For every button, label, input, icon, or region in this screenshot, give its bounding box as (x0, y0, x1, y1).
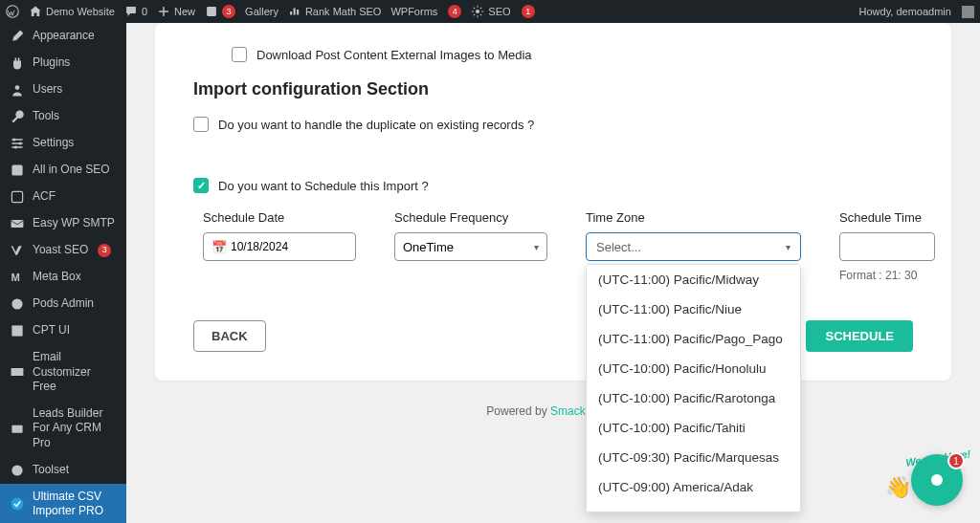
rankmath-count: 3 (222, 5, 235, 18)
acf-icon (10, 189, 25, 205)
admin-sidebar: Appearance Plugins Users Tools Settings … (0, 23, 126, 523)
duplicate-label: Do you want to handle the duplicate on e… (218, 118, 534, 132)
sidebar-item-label: Settings (33, 136, 74, 151)
howdy-link[interactable]: Howdy, demoadmin (859, 6, 974, 18)
sidebar-item-yoast[interactable]: Yoast SEO3 (0, 237, 126, 264)
home-icon (29, 5, 42, 18)
sidebar-item-pods[interactable]: Pods Admin (0, 291, 126, 317)
footer-powered: Powered by (486, 404, 550, 418)
howdy-label: Howdy, demoadmin (859, 6, 951, 17)
plug-icon (10, 55, 25, 71)
footer: Powered by Smackcoders (155, 404, 951, 418)
schedule-date-input[interactable]: 📅 10/18/2024 (203, 232, 356, 261)
wpforms-count: 4 (448, 5, 461, 18)
brush-icon (10, 29, 25, 44)
sidebar-item-settings[interactable]: Settings (0, 130, 126, 157)
svg-rect-1 (207, 7, 216, 16)
wp-logo[interactable] (6, 5, 19, 18)
schedule-button[interactable]: SCHEDULE (806, 320, 913, 352)
user-icon (10, 82, 25, 98)
tz-option[interactable]: (UTC-11:00) Pacific/Niue (587, 294, 800, 324)
timezone-dropdown: (UTC-11:00) Pacific/Midway (UTC-11:00) P… (586, 264, 801, 512)
tz-option[interactable]: (UTC-10:00) Pacific/Honolulu (587, 354, 800, 383)
svg-rect-7 (11, 164, 22, 175)
rankmath-badge-link[interactable]: 3 (205, 5, 235, 18)
new-link[interactable]: New (157, 5, 195, 18)
sidebar-item-users[interactable]: Users (0, 76, 126, 103)
sidebar-item-plugins[interactable]: Plugins (0, 50, 126, 76)
svg-point-6 (14, 145, 17, 148)
sidebar-item-metabox[interactable]: MMeta Box (0, 264, 126, 291)
time-label: Schedule Time (839, 210, 935, 225)
svg-point-3 (15, 85, 20, 90)
sidebar-item-label: Toolset (33, 463, 69, 478)
leads-icon (10, 421, 25, 436)
comments-count: 0 (142, 6, 147, 17)
sidebar-item-cptui[interactable]: CPT UI (0, 317, 126, 344)
tz-label: Time Zone (586, 210, 801, 225)
sidebar-item-label: Plugins (33, 55, 70, 71)
freq-label: Schedule Frequency (394, 210, 547, 225)
seo-count: 1 (522, 5, 535, 18)
emailcust-icon (10, 364, 25, 380)
duplicate-checkbox[interactable] (193, 117, 209, 132)
tz-option[interactable]: (UTC-10:00) Pacific/Tahiti (587, 413, 800, 443)
sidebar-item-acf[interactable]: ACF (0, 184, 126, 210)
svg-point-11 (11, 298, 22, 309)
pods-icon (10, 296, 25, 312)
download-images-checkbox[interactable] (232, 47, 247, 62)
chat-widget[interactable]: 1 (911, 454, 963, 506)
sidebar-item-label: Yoast SEO (33, 243, 88, 258)
tz-option[interactable]: (UTC-10:00) Pacific/Rarotonga (587, 383, 800, 413)
svg-point-5 (19, 142, 22, 144)
timezone-select[interactable]: Select... ▾ (586, 232, 801, 261)
rankmath-seo-link[interactable]: Rank Math SEO (288, 5, 381, 18)
tz-placeholder: Select... (596, 240, 641, 254)
schedule-frequency-select[interactable]: OneTime ▾ (394, 232, 547, 261)
tz-option[interactable]: (UTC-09:00) America/Adak (587, 472, 800, 502)
schedule-checkbox[interactable] (193, 178, 209, 193)
wpforms-link[interactable]: WPForms 4 (390, 5, 461, 18)
tz-option[interactable]: (UTC-09:30) Pacific/Marquesas (587, 443, 800, 472)
sidebar-item-label: Users (33, 82, 62, 98)
yoast-icon (10, 243, 25, 258)
sidebar-item-appearance[interactable]: Appearance (0, 23, 126, 50)
rankmath-label: Rank Math SEO (305, 6, 381, 17)
plus-icon (157, 5, 170, 18)
svg-rect-8 (11, 191, 22, 202)
svg-point-4 (12, 138, 15, 141)
tz-option[interactable]: (UTC-09:00) Pacific/Gambier (587, 502, 800, 512)
metabox-icon: M (10, 270, 25, 285)
back-button[interactable]: BACK (193, 320, 266, 352)
chart-icon (288, 5, 301, 18)
date-value: 10/18/2024 (231, 240, 288, 253)
sidebar-item-tools[interactable]: Tools (0, 103, 126, 130)
time-hint: Format : 21: 30 (839, 269, 935, 282)
sidebar-item-label: Email Customizer Free (33, 350, 117, 395)
download-images-label: Download Post Content External Images to… (256, 48, 532, 62)
sidebar-item-aioseo[interactable]: All in One SEO (0, 157, 126, 184)
gear-icon (471, 5, 484, 18)
comment-icon (124, 5, 138, 18)
toolset-icon (10, 463, 25, 478)
chat-badge: 1 (947, 452, 965, 469)
import-config-panel: Download Post Content External Images to… (155, 23, 951, 381)
comments-link[interactable]: 0 (124, 5, 147, 18)
tz-option[interactable]: (UTC-11:00) Pacific/Midway (587, 265, 800, 294)
sidebar-item-smtp[interactable]: Easy WP SMTP (0, 210, 126, 237)
gallery-link[interactable]: Gallery (245, 6, 278, 17)
freq-value: OneTime (403, 240, 454, 254)
sidebar-item-label: CPT UI (33, 323, 70, 338)
sidebar-item-label: Tools (33, 109, 59, 124)
sidebar-item-toolset[interactable]: Toolset (0, 457, 126, 484)
schedule-time-input[interactable] (839, 232, 935, 261)
sidebar-item-csv-importer[interactable]: Ultimate CSV Importer PRO (0, 484, 126, 523)
tz-option[interactable]: (UTC-11:00) Pacific/Pago_Pago (587, 324, 800, 354)
sidebar-item-leads[interactable]: Leads Builder For Any CRM Pro (0, 401, 126, 457)
svg-rect-14 (11, 425, 22, 433)
seo-link[interactable]: SEO 1 (471, 5, 534, 18)
site-name-link[interactable]: Demo Website (29, 5, 115, 18)
yoast-badge: 3 (98, 244, 111, 257)
avatar (962, 6, 974, 18)
sidebar-item-emailcust[interactable]: Email Customizer Free (0, 344, 126, 401)
